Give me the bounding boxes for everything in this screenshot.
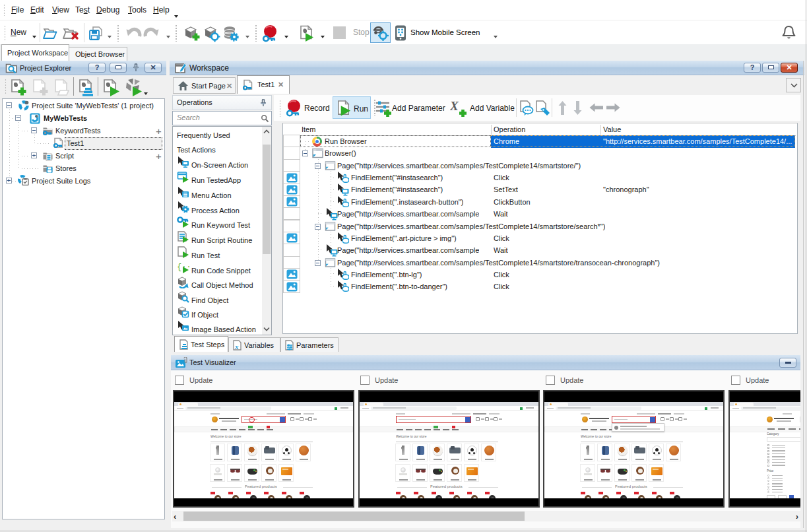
svg-text:x: x xyxy=(234,343,239,350)
svg-text:X: X xyxy=(450,100,459,113)
